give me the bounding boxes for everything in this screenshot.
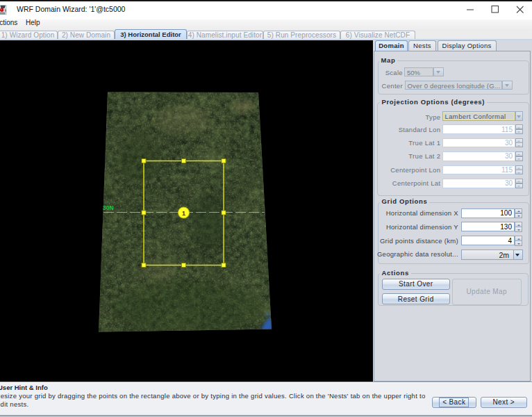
svg-text:1: 1 <box>182 209 185 216</box>
svg-text:30N: 30N <box>103 204 114 211</box>
